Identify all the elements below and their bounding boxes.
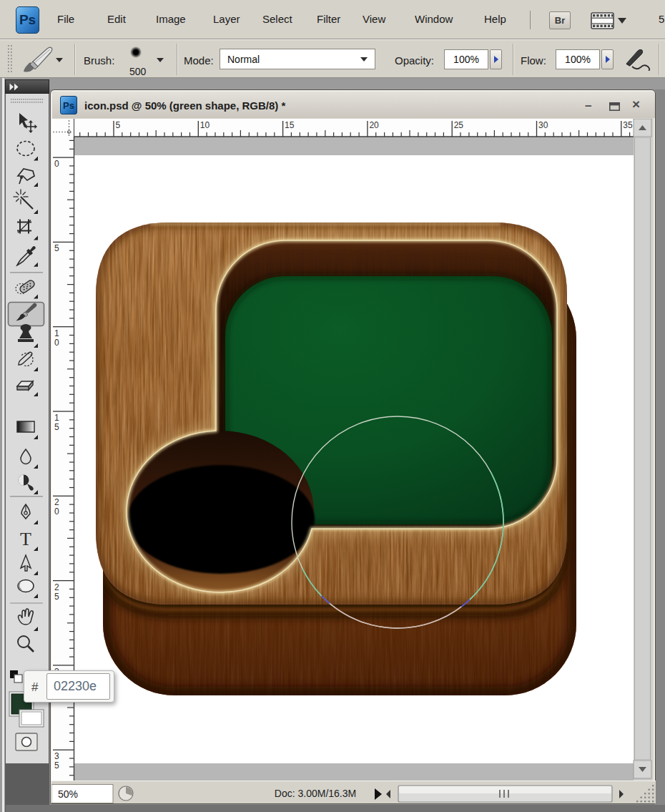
svg-text:Doc: 3.00M/16.3M: Doc: 3.00M/16.3M xyxy=(275,788,356,799)
svg-text:30: 30 xyxy=(538,120,548,130)
svg-text:50%: 50% xyxy=(58,788,78,800)
svg-text:5: 5 xyxy=(54,592,59,602)
svg-text:5: 5 xyxy=(116,120,121,130)
svg-text:25: 25 xyxy=(454,120,464,130)
svg-text:10: 10 xyxy=(200,120,210,130)
svg-text:1: 1 xyxy=(54,413,59,423)
svg-text:0: 0 xyxy=(54,338,59,348)
svg-text:20: 20 xyxy=(369,120,379,130)
svg-text:0: 0 xyxy=(54,159,59,169)
svg-text:35: 35 xyxy=(623,120,633,130)
svg-text:2: 2 xyxy=(54,497,59,507)
svg-text:T: T xyxy=(20,529,31,549)
svg-text:2: 2 xyxy=(54,582,59,592)
svg-text:5: 5 xyxy=(54,422,59,432)
svg-text:15: 15 xyxy=(285,120,295,130)
svg-text:0: 0 xyxy=(54,507,59,517)
svg-text:1: 1 xyxy=(54,328,59,338)
svg-text:5: 5 xyxy=(54,760,59,771)
svg-text:5: 5 xyxy=(54,243,59,253)
svg-text:3: 3 xyxy=(54,751,59,761)
